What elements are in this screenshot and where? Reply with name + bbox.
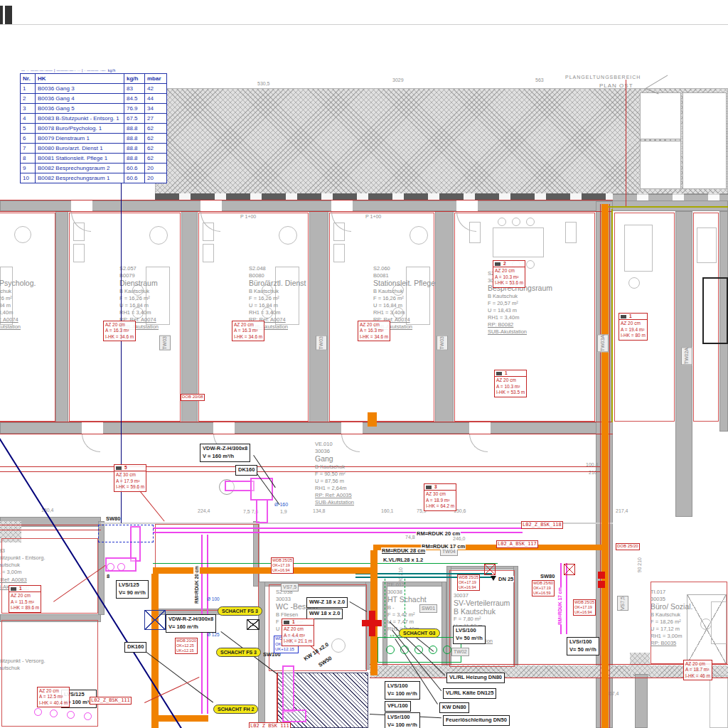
dimension: 160,1 bbox=[381, 508, 394, 513]
wdb-annotation: WDB 25/60OK+17.19UK+16.59 bbox=[532, 580, 555, 596]
annotation-number: 5 bbox=[124, 465, 127, 471]
bsk-tag: L02_A_BSK_117 bbox=[496, 540, 538, 548]
wall-line bbox=[0, 530, 101, 530]
table-row: 5B0078 Buro/Psycholog. 188.862 bbox=[21, 124, 167, 134]
facade-segments bbox=[613, 193, 728, 200]
pipe-label: DN 25 bbox=[498, 576, 514, 582]
text-line: Dienstraum bbox=[119, 279, 159, 288]
duct-outlet bbox=[117, 563, 125, 571]
table-row: 1B0036 Gang 38342 bbox=[21, 84, 167, 94]
text-line: A = 12.5 m² bbox=[39, 694, 68, 700]
text-line: WDB 25/60 bbox=[533, 581, 553, 586]
text-line: AZ 20 cm bbox=[360, 322, 388, 328]
text-line: I-HK = 89.6 m bbox=[11, 605, 39, 611]
table-cell: 20 bbox=[145, 173, 167, 183]
text-line: A = 16.3 m² bbox=[234, 328, 262, 333]
table-cell: 88.8 bbox=[124, 134, 145, 144]
pipe-spec-box: VL/RL Heizung DN80 bbox=[446, 673, 505, 683]
duct-run bbox=[282, 665, 294, 712]
marker-icon bbox=[11, 587, 16, 591]
damper-tag: DK160 bbox=[124, 642, 146, 653]
table-row: 4B0083 B-Stutzpunkt - Entsorg. 167.527 bbox=[21, 114, 167, 124]
text-line: RP: Ref: A0083 bbox=[0, 577, 46, 584]
edge-mark bbox=[5, 6, 12, 24]
text-line: V = 160 m³/h bbox=[203, 453, 247, 461]
table-cell: B0036 Gang 5 bbox=[36, 104, 124, 114]
text-line: A = 10.3 m² bbox=[496, 384, 525, 390]
text-line: AZ 20 cm bbox=[495, 268, 523, 274]
text-line: B-Stützpunkt - Versorg. bbox=[0, 658, 46, 665]
pipe-spec-box: KW DN80 bbox=[439, 702, 469, 713]
table-row: 9B0082 Besprechungsraum 260.620 bbox=[21, 164, 167, 173]
text-line: V= 50 m³/h bbox=[569, 646, 596, 654]
text-line: VDW-R-Z-H/300x8 bbox=[168, 616, 213, 623]
damper-square bbox=[598, 581, 605, 588]
text-line: RH1 = 3,40m bbox=[119, 309, 159, 316]
text-line: OK+17.19 bbox=[574, 605, 594, 610]
text-line: RP: Ref: A0074 bbox=[0, 316, 36, 323]
orange-duct bbox=[151, 574, 159, 728]
table-cell: 9 bbox=[21, 164, 36, 173]
wall-line bbox=[0, 525, 101, 525]
room-label: 30083B-Stützpunkt - Entsorg.B KautschukR… bbox=[0, 547, 46, 591]
table-cell: B0036 Gang 3 bbox=[36, 84, 124, 94]
text-line: A = 17.9 m² bbox=[116, 478, 144, 484]
text-line: Büro/ärztl. Dienst bbox=[249, 279, 306, 288]
text-line: UK+16.94 bbox=[574, 610, 594, 615]
pump-symbol bbox=[34, 708, 42, 716]
text-line: F = 7,80 m² bbox=[454, 616, 510, 623]
airflow-box: LVSr/100V= 50 m³/h bbox=[567, 637, 599, 655]
wall-line bbox=[0, 211, 613, 212]
text-line: I-HK = 34.6 m bbox=[234, 334, 262, 340]
pump-symbol bbox=[67, 711, 75, 719]
dimension: 74,8 bbox=[405, 535, 415, 540]
dimension: 563 bbox=[535, 77, 544, 82]
valve-symbol bbox=[400, 646, 409, 654]
text-line: U = 18,43 m bbox=[488, 307, 552, 314]
marker-icon bbox=[284, 621, 289, 624]
damper-bowtie bbox=[247, 619, 259, 630]
bsk-tag: L02_Z_BSK_118 bbox=[521, 521, 563, 529]
text-line: A = 16.3 m² bbox=[105, 328, 134, 333]
wall-line bbox=[0, 200, 613, 200]
text-line: 30083 bbox=[0, 547, 46, 555]
pump-symbol bbox=[84, 712, 92, 720]
text-line: S2.056 bbox=[0, 265, 36, 272]
plan-region-label: PLAN OST bbox=[599, 82, 633, 89]
table-cell: Nr. bbox=[21, 74, 36, 84]
text-line: I-HK = 80 m bbox=[621, 333, 646, 338]
duct-annotation: 3 AZ 30 cmA = 18.9 m²I-HK = 64.2 m bbox=[424, 483, 456, 511]
table-cell: 76.9 bbox=[124, 104, 145, 114]
duct-spec-box: VDW-R-Z-H/300x8V= 160 m³/h bbox=[166, 614, 216, 633]
duct-annotation: AZ 20 cmA = 12.5 m²I-HK = 40.4 m bbox=[37, 687, 70, 707]
pipe-label: K.VL/RL28 x 1.2 bbox=[382, 557, 424, 563]
door-gap bbox=[200, 200, 222, 212]
text-line: B Kautschuk bbox=[373, 288, 435, 295]
hk-table: Nr.HKkg/hmbar1B0036 Gang 383422B0036 Gan… bbox=[20, 73, 167, 183]
floor-plan-canvas: PLANGELTUNGSBEREICH PLAN OST 530,5 3029 … bbox=[0, 0, 728, 728]
text-line: U = 16,84 m bbox=[119, 302, 159, 309]
airflow-box: LVS/100V= 100 m³/h bbox=[385, 681, 420, 700]
shaft-label: SW80 bbox=[105, 515, 121, 522]
text-line: F = 18,26 m² bbox=[651, 619, 693, 626]
text-line: WDB 25/25 bbox=[574, 600, 594, 605]
duct-annotation: 1 AZ 20 cmA = 10.3 m²I-HK = 53.5 m bbox=[494, 370, 527, 397]
text-line: AZ 30 cm bbox=[426, 491, 454, 497]
diameter-label: Ø 125 bbox=[207, 632, 220, 637]
table-cell: 27 bbox=[145, 114, 167, 124]
yellow-line bbox=[611, 209, 613, 422]
table-cell: B0078 Buro/Psycholog. 1 bbox=[36, 124, 124, 134]
table-cell: 88.8 bbox=[124, 154, 145, 164]
duct-run bbox=[256, 499, 268, 523]
text-line: OK+17.19 bbox=[272, 563, 292, 568]
text-line: U = 16,84 m bbox=[0, 302, 36, 309]
text-line: SUB-Akutstation bbox=[0, 323, 36, 331]
text-line: S2.060 bbox=[373, 265, 435, 272]
text-line: B Kautschuk bbox=[454, 608, 510, 616]
pipe-label: RM=RDUK 17 cm bbox=[421, 543, 466, 550]
text-line: V= 100 m³/h bbox=[387, 690, 417, 698]
duct-line bbox=[600, 204, 601, 728]
table-row: 3B0036 Gang 576.934 bbox=[21, 104, 167, 114]
door-gap bbox=[71, 200, 92, 212]
duct-line bbox=[609, 204, 610, 728]
